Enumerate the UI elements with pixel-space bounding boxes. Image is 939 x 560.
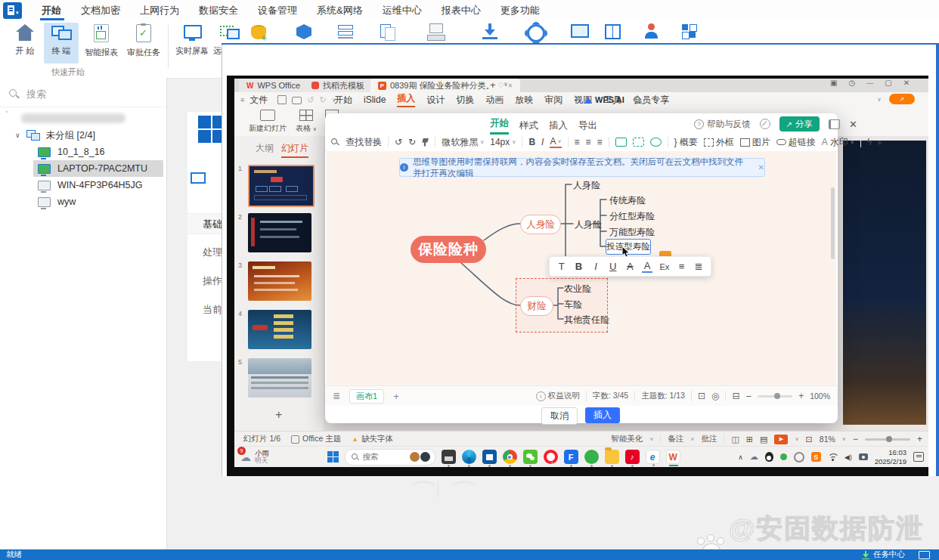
print-icon[interactable] — [292, 97, 302, 104]
zoom-out-button[interactable]: − — [746, 391, 752, 402]
redo-icon[interactable]: ↻ — [319, 95, 326, 105]
mindmap-child-node[interactable]: 人身险 — [575, 218, 602, 231]
mindmap-leaf-node[interactable]: 传统寿险 — [609, 194, 646, 207]
host-tab-web-behavior[interactable]: 上网行为 — [140, 4, 179, 17]
host-smart-report-button[interactable]: 智能报表 — [82, 24, 121, 58]
monitor-blue-icon[interactable] — [571, 24, 589, 38]
new-tab-button[interactable]: + — [490, 79, 496, 91]
active-document-tab[interactable]: P 0839期 保险业务险种分类。 ♡ ✕ — [370, 79, 520, 92]
zoom-in-button[interactable]: + — [917, 434, 922, 444]
taskbar-app-music[interactable]: ♪ — [625, 450, 640, 464]
slides-tab-active[interactable]: 幻灯片 — [281, 142, 308, 158]
document-transfer-icon[interactable] — [380, 24, 395, 39]
minimap-icon[interactable]: ⊟ — [732, 391, 739, 401]
menu-insert-active[interactable]: 插入 — [397, 92, 415, 107]
mindmap-leaf-node[interactable]: 车险 — [564, 299, 582, 311]
skin-icon[interactable]: ◷ — [848, 79, 855, 87]
summary-button[interactable]: 概要 — [680, 136, 698, 149]
layout-switch-icon[interactable]: ▣ — [830, 79, 837, 87]
dialog-tab-export[interactable]: 导出 — [578, 119, 597, 132]
person-icon[interactable] — [644, 23, 659, 40]
task-center-button[interactable]: 任务中心 — [873, 549, 905, 560]
taskbar-app-chrome[interactable] — [503, 450, 517, 464]
help-feedback-button[interactable]: 帮助与反馈 — [707, 119, 751, 130]
align-left-icon[interactable]: ≡ — [575, 137, 580, 147]
host-tab-report-center[interactable]: 报表中心 — [442, 4, 481, 17]
share-chip[interactable]: ↗ — [889, 94, 915, 104]
mindmap-leaf-node[interactable]: 分红型寿险 — [609, 210, 655, 223]
taskbar-app-wechat[interactable] — [523, 450, 538, 464]
hyperlink-button[interactable]: 超链接 — [789, 136, 816, 149]
dialog-share-button[interactable]: ↗ 分享 — [779, 116, 820, 131]
insert-subtopic-icon[interactable] — [633, 138, 644, 147]
server-icon[interactable] — [338, 25, 353, 39]
outline-tab[interactable]: 大纲 — [256, 142, 274, 155]
window-close-icon[interactable]: ✕ — [903, 79, 910, 87]
zoom-percent[interactable]: 81% — [820, 435, 835, 444]
tray-green-dot-icon[interactable] — [780, 453, 787, 460]
dialog-tab-home[interactable]: 开始 — [490, 117, 509, 135]
mindmap-branch-node[interactable]: 财险 — [520, 296, 553, 316]
normal-view-icon[interactable]: ◫ — [731, 435, 739, 444]
table-button[interactable]: 表格 ∨ — [293, 110, 319, 134]
reading-view-icon[interactable]: ▤ — [760, 435, 767, 444]
font-color-icon[interactable]: A — [642, 260, 652, 273]
align-right-icon[interactable]: ≡ — [597, 137, 603, 147]
wps-home-tab[interactable]: W WPS Office — [239, 79, 308, 92]
font-size-select[interactable]: 14px∨ — [490, 137, 516, 147]
insert-relation-icon[interactable] — [650, 138, 662, 147]
menu-slideshow[interactable]: 放映 — [515, 94, 533, 107]
zoom-chevron-icon[interactable]: ∨ — [842, 436, 846, 442]
missing-font-warning[interactable]: 缺失字体 — [361, 434, 393, 444]
add-slide-button[interactable]: + — [275, 408, 282, 422]
align-center-icon[interactable]: ≡ — [586, 137, 591, 147]
database-icon[interactable]: ✳ — [251, 25, 266, 39]
frame-button[interactable]: 外框 — [716, 136, 734, 149]
tree-group-unassigned[interactable]: ∨ 未分组 [2/4] — [0, 127, 166, 144]
docer-template-tab[interactable]: 找稻壳模板 — [304, 79, 372, 92]
undo-icon[interactable]: ↺ — [395, 137, 402, 147]
monitor-white-icon[interactable] — [919, 551, 930, 559]
add-canvas-button[interactable]: + — [393, 391, 399, 402]
toolbar-overflow-icon[interactable]: ▶ — [878, 139, 882, 146]
tab-list-chevron-icon[interactable]: ∨ — [504, 81, 508, 88]
mindmap-root-node[interactable]: 保险险种 — [411, 236, 486, 263]
host-live-screen-button[interactable]: 实时屏幕 — [172, 24, 212, 57]
watermark-button[interactable]: A水印∨ — [822, 136, 854, 149]
slideshow-button[interactable]: ▶ — [774, 435, 788, 444]
gear-icon[interactable] — [527, 24, 545, 42]
tray-clock[interactable]: 16:03 — [888, 448, 906, 457]
dialog-scrollbar[interactable] — [831, 187, 835, 259]
menu-transition[interactable]: 切换 — [456, 94, 474, 107]
download-icon[interactable] — [482, 23, 498, 41]
tray-wifi-icon[interactable] — [828, 453, 838, 460]
zoom-slider[interactable] — [758, 395, 792, 398]
menu-animation[interactable]: 动画 — [485, 94, 504, 107]
mindmap-child-node[interactable]: 人身险 — [573, 179, 600, 192]
text-style-icon[interactable]: T — [556, 261, 567, 272]
host-approval-button[interactable]: ✓ 审批任务 — [124, 24, 163, 58]
tray-sogou-icon[interactable]: S — [811, 452, 821, 462]
app-logo-icon[interactable]: ▾ — [3, 2, 22, 19]
do-not-disturb-icon[interactable] — [760, 119, 770, 129]
zoom-slider-knob[interactable] — [774, 393, 780, 399]
menu-review[interactable]: 审阅 — [544, 94, 562, 107]
host-tab-start[interactable]: 开始 — [42, 4, 61, 17]
tab-close-icon[interactable]: ✕ — [508, 82, 513, 89]
find-replace-button[interactable]: 查找替换 — [346, 136, 382, 149]
tray-capture-icon[interactable] — [859, 453, 868, 460]
slide-thumbnail[interactable] — [248, 165, 315, 207]
zoom-slider-knob[interactable] — [886, 436, 892, 442]
weather-widget[interactable]: 9 ☁ 小雨 明天 — [240, 450, 269, 465]
host-tab-device-mgmt[interactable]: 设备管理 — [258, 4, 297, 17]
taskbar-app-ie[interactable]: e — [646, 450, 660, 464]
minimize-icon[interactable]: — — [866, 79, 873, 87]
taskbar-app-f[interactable]: F — [564, 450, 578, 464]
locate-center-icon[interactable]: ◎ — [711, 391, 719, 401]
italic-icon[interactable]: I — [541, 137, 544, 147]
host-tab-more[interactable]: 更多功能 — [500, 4, 540, 17]
workstation-icon[interactable] — [427, 23, 445, 40]
slide-thumbnail[interactable] — [248, 261, 311, 301]
tray-gray-icon[interactable] — [794, 452, 804, 463]
popout-window-icon[interactable] — [829, 119, 840, 129]
